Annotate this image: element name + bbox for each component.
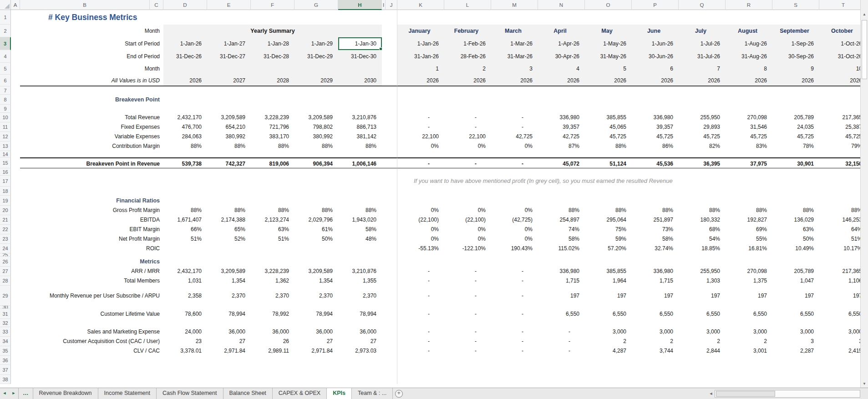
cell-N34[interactable]: - bbox=[538, 337, 585, 346]
cell-G24[interactable] bbox=[294, 244, 338, 253]
cell-N18[interactable] bbox=[538, 187, 585, 196]
row-header-36[interactable]: 36 bbox=[0, 356, 11, 365]
cell-K18[interactable] bbox=[397, 187, 444, 196]
cell-P13[interactable]: 86% bbox=[632, 141, 679, 151]
cell-D3[interactable]: 1-Jan-26 bbox=[163, 37, 207, 50]
row-header-17[interactable]: 17 bbox=[0, 176, 11, 187]
cell-B4[interactable]: End of Period bbox=[20, 50, 163, 63]
cell-I4[interactable] bbox=[382, 50, 386, 63]
cell-J17[interactable] bbox=[386, 176, 397, 187]
cell-I34[interactable] bbox=[382, 337, 386, 346]
cell-J36[interactable] bbox=[386, 356, 397, 365]
cell-H9[interactable] bbox=[338, 105, 382, 113]
cell-P21[interactable]: 251,897 bbox=[632, 215, 679, 225]
cell-E12[interactable]: 380,992 bbox=[207, 132, 251, 141]
row-header-8[interactable]: 8 bbox=[0, 95, 11, 105]
cell-I16[interactable] bbox=[382, 168, 386, 176]
cell-B16[interactable] bbox=[20, 168, 163, 176]
col-header-T[interactable]: T bbox=[819, 0, 860, 10]
cell-L21[interactable]: (22,100) bbox=[444, 215, 491, 225]
cell-Q4[interactable]: 31-Jul-26 bbox=[679, 50, 726, 63]
cell-G6[interactable]: 2029 bbox=[294, 75, 338, 86]
cell-O38[interactable] bbox=[585, 375, 632, 384]
cell-K10[interactable]: - bbox=[397, 113, 444, 122]
cell-J35[interactable] bbox=[386, 346, 397, 356]
cell-D36[interactable] bbox=[163, 356, 207, 365]
cell-E26[interactable] bbox=[207, 257, 251, 267]
cell-F13[interactable]: 88% bbox=[251, 141, 294, 151]
cell-F25[interactable] bbox=[251, 253, 294, 257]
cell-I29[interactable] bbox=[382, 286, 386, 306]
cell-F32[interactable] bbox=[251, 319, 294, 327]
cell-L33[interactable]: - bbox=[444, 327, 491, 337]
cell-H27[interactable]: 3,210,876 bbox=[338, 267, 382, 276]
cell-A16[interactable] bbox=[11, 168, 20, 176]
cell-O29[interactable]: 197 bbox=[585, 286, 632, 306]
cell-I7[interactable] bbox=[382, 86, 386, 95]
row-header-21[interactable]: 21 bbox=[0, 215, 11, 225]
cell-M24[interactable]: 190.43% bbox=[491, 244, 538, 253]
cell-S8[interactable] bbox=[772, 95, 819, 105]
cell-P28[interactable]: 1,715 bbox=[632, 276, 679, 286]
cell-D26[interactable] bbox=[163, 257, 207, 267]
cell-E7[interactable] bbox=[207, 86, 251, 95]
cell-S7[interactable] bbox=[772, 86, 819, 95]
cell-T16[interactable] bbox=[819, 168, 860, 176]
cell-G32[interactable] bbox=[294, 319, 338, 327]
row-header-33[interactable]: 33 bbox=[0, 327, 11, 337]
cell-I18[interactable] bbox=[382, 187, 386, 196]
month-header-april[interactable]: April bbox=[538, 25, 585, 37]
cell-B22[interactable]: EBIT Margin bbox=[20, 225, 163, 234]
cell-I31[interactable] bbox=[382, 309, 386, 319]
cell-Q11[interactable]: 29,893 bbox=[679, 122, 726, 132]
cell-L19[interactable] bbox=[444, 196, 491, 206]
cell-B27[interactable]: ARR / MRR bbox=[20, 267, 163, 276]
cell-F19[interactable] bbox=[251, 196, 294, 206]
cell-F21[interactable]: 2,123,274 bbox=[251, 215, 294, 225]
cell-R14[interactable] bbox=[726, 151, 772, 157]
cell-R15[interactable]: 37,975 bbox=[726, 157, 772, 168]
cell-J7[interactable] bbox=[386, 86, 397, 95]
cell-F36[interactable] bbox=[251, 356, 294, 365]
cell-F8[interactable] bbox=[251, 95, 294, 105]
cell-H8[interactable] bbox=[338, 95, 382, 105]
cell-O15[interactable]: 51,124 bbox=[585, 157, 632, 168]
cell-S4[interactable]: 30-Sep-26 bbox=[772, 50, 819, 63]
col-header-D[interactable]: D bbox=[163, 0, 207, 10]
cell-R11[interactable]: 31,546 bbox=[726, 122, 772, 132]
cell-F17[interactable] bbox=[251, 176, 294, 187]
cell-P3[interactable]: 1-Jun-26 bbox=[632, 37, 679, 50]
cell-E36[interactable] bbox=[207, 356, 251, 365]
cell-I17[interactable] bbox=[382, 176, 386, 187]
cell-I6[interactable] bbox=[382, 75, 386, 86]
cell-E11[interactable]: 654,210 bbox=[207, 122, 251, 132]
add-sheet-button[interactable]: + bbox=[393, 388, 405, 399]
tab-capex-opex[interactable]: CAPEX & OPEX bbox=[273, 388, 327, 399]
cell-A29[interactable] bbox=[11, 286, 20, 306]
cell-S15[interactable]: 30,901 bbox=[772, 157, 819, 168]
cell-R32[interactable] bbox=[726, 319, 772, 327]
cell-L9[interactable] bbox=[444, 105, 491, 113]
cell-H1[interactable] bbox=[338, 10, 382, 25]
cell-S31[interactable]: 6,550 bbox=[772, 309, 819, 319]
cell-E17[interactable] bbox=[207, 176, 251, 187]
cell-N12[interactable]: 42,725 bbox=[538, 132, 585, 141]
cell-N28[interactable]: 1,715 bbox=[538, 276, 585, 286]
cell-N36[interactable] bbox=[538, 356, 585, 365]
cell-J29[interactable] bbox=[386, 286, 397, 306]
cell-P38[interactable] bbox=[632, 375, 679, 384]
cell-I14[interactable] bbox=[382, 151, 386, 157]
cell-F22[interactable]: 63% bbox=[251, 225, 294, 234]
cell-D20[interactable]: 88% bbox=[163, 206, 207, 215]
row-header-24[interactable]: 24 bbox=[0, 244, 11, 253]
cell-B2[interactable]: Month bbox=[20, 25, 163, 37]
cell-G9[interactable] bbox=[294, 105, 338, 113]
tabs-scroll-left-icon[interactable]: ◄ bbox=[0, 388, 9, 399]
cell-P22[interactable]: 73% bbox=[632, 225, 679, 234]
cell-T28[interactable]: 1,106 bbox=[819, 276, 860, 286]
cell-D22[interactable]: 66% bbox=[163, 225, 207, 234]
cell-O6[interactable]: 2026 bbox=[585, 75, 632, 86]
cell-I2[interactable] bbox=[382, 25, 386, 37]
cell-J14[interactable] bbox=[386, 151, 397, 157]
cell-I28[interactable] bbox=[382, 276, 386, 286]
